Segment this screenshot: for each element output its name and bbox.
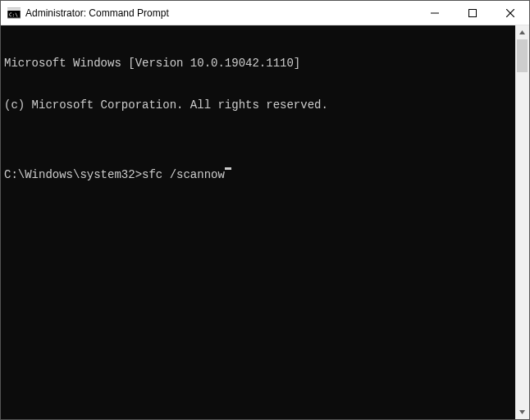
minimize-button[interactable] [416, 1, 454, 25]
titlebar[interactable]: C:\ Administrator: Command Prompt [1, 1, 529, 25]
scroll-up-button[interactable] [515, 25, 529, 39]
chevron-down-icon [519, 409, 526, 416]
chevron-up-icon [519, 29, 526, 36]
client-area: Microsoft Windows [Version 10.0.19042.11… [1, 25, 529, 419]
svg-rect-1 [7, 8, 21, 11]
scroll-track[interactable] [515, 39, 529, 405]
terminal-line: Microsoft Windows [Version 10.0.19042.11… [4, 57, 512, 71]
text-cursor [225, 167, 231, 170]
close-button[interactable] [491, 1, 529, 25]
scroll-down-button[interactable] [515, 405, 529, 419]
scroll-thumb[interactable] [517, 39, 528, 72]
maximize-button[interactable] [454, 1, 491, 25]
terminal-line: (c) Microsoft Corporation. All rights re… [4, 98, 512, 112]
maximize-icon [468, 9, 477, 17]
command-input[interactable]: sfc /scannow [142, 168, 225, 182]
window-controls [416, 1, 529, 25]
close-icon [506, 9, 514, 17]
terminal-output[interactable]: Microsoft Windows [Version 10.0.19042.11… [1, 25, 515, 419]
svg-text:C:\: C:\ [9, 11, 18, 17]
cmd-icon: C:\ [7, 7, 21, 20]
vertical-scrollbar[interactable] [515, 25, 529, 419]
window-title: Administrator: Command Prompt [25, 7, 416, 19]
svg-rect-4 [469, 9, 477, 16]
prompt-line: C:\Windows\system32>sfc /scannow [4, 168, 512, 182]
minimize-icon [431, 9, 439, 17]
command-prompt-window: C:\ Administrator: Command Prompt Micros… [0, 0, 530, 420]
svg-rect-3 [431, 12, 439, 13]
prompt-path: C:\Windows\system32> [4, 168, 142, 182]
